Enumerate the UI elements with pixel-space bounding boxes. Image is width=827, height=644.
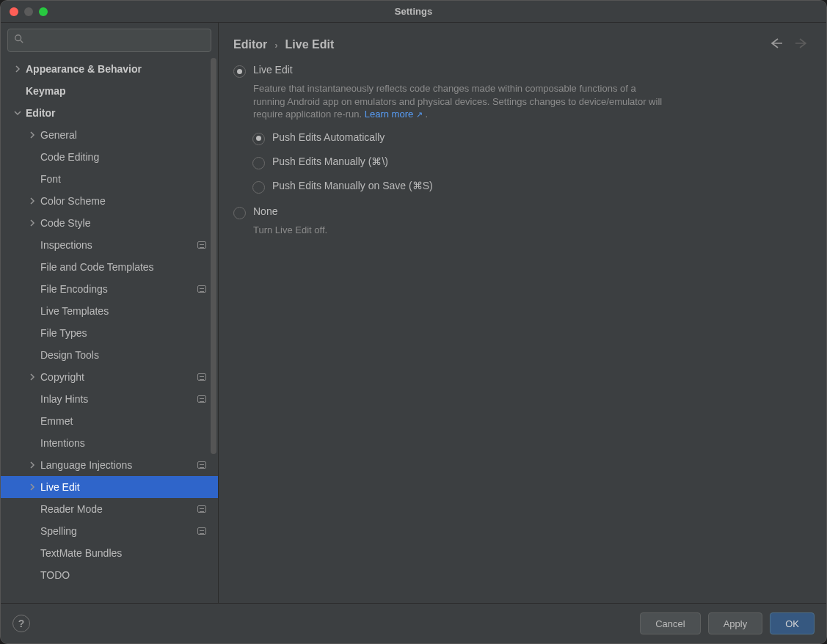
tree-item-label: Inspections — [40, 239, 197, 251]
tree-item-label: Live Templates — [40, 305, 211, 317]
tree-item-label: Intentions — [40, 437, 211, 449]
tree-item-reader-mode[interactable]: Reader Mode — [1, 498, 218, 520]
content: Live Edit Feature that instantaneously r… — [219, 64, 826, 603]
tree-item-code-editing[interactable]: Code Editing — [1, 146, 218, 168]
sidebar: Appearance & BehaviorKeymapEditorGeneral… — [1, 23, 219, 603]
tree-item-code-style[interactable]: Code Style — [1, 212, 218, 234]
back-button[interactable] — [769, 37, 784, 52]
radio-label: Push Edits Manually (⌘\) — [272, 155, 388, 167]
tree-item-font[interactable]: Font — [1, 168, 218, 190]
tree-item-copyright[interactable]: Copyright — [1, 366, 218, 388]
scrollbar-thumb[interactable] — [211, 58, 216, 454]
minimize-icon[interactable] — [24, 7, 33, 16]
tree-item-color-scheme[interactable]: Color Scheme — [1, 190, 218, 212]
ok-button[interactable]: OK — [770, 612, 815, 634]
tree-item-todo[interactable]: TODO — [1, 564, 218, 586]
radio-label: None — [253, 205, 277, 217]
main-panel: Editor › Live Edit Live Edit — [219, 23, 826, 603]
tree-item-file-encodings[interactable]: File Encodings — [1, 278, 218, 300]
tree-item-live-templates[interactable]: Live Templates — [1, 300, 218, 322]
project-config-icon — [197, 527, 206, 535]
breadcrumb-parent[interactable]: Editor — [233, 38, 267, 51]
tree-item-intentions[interactable]: Intentions — [1, 432, 218, 454]
tree-item-appearance-behavior[interactable]: Appearance & Behavior — [1, 58, 218, 80]
help-button[interactable]: ? — [12, 615, 30, 632]
radio-sub-0[interactable]: Push Edits Automatically — [252, 131, 809, 145]
breadcrumb: Editor › Live Edit — [233, 38, 769, 51]
radio-sub-2[interactable]: Push Edits Manually on Save (⌘S) — [252, 180, 809, 194]
tree-item-editor[interactable]: Editor — [1, 102, 218, 124]
tree-item-label: Reader Mode — [40, 503, 197, 515]
external-link-icon: ↗ — [416, 110, 423, 119]
tree-item-textmate-bundles[interactable]: TextMate Bundles — [1, 542, 218, 564]
radio-icon[interactable] — [233, 207, 246, 219]
radio-sub-1[interactable]: Push Edits Manually (⌘\) — [252, 155, 809, 169]
tree-item-inlay-hints[interactable]: Inlay Hints — [1, 388, 218, 410]
tree-item-spelling[interactable]: Spelling — [1, 520, 218, 542]
search-container — [1, 23, 218, 58]
forward-button — [794, 37, 809, 52]
radio-label: Live Edit — [253, 64, 293, 76]
cancel-button[interactable]: Cancel — [640, 612, 700, 634]
live-edit-description: Feature that instantaneously reflects co… — [253, 82, 664, 121]
scrollbar[interactable] — [211, 58, 216, 603]
apply-button[interactable]: Apply — [708, 612, 763, 634]
project-config-icon — [197, 285, 206, 293]
tree-item-label: Copyright — [40, 371, 197, 383]
radio-label: Push Edits Manually on Save (⌘S) — [272, 180, 433, 191]
tree-item-label: Code Editing — [40, 151, 211, 163]
tree-item-label: File and Code Templates — [40, 261, 211, 273]
titlebar: Settings — [1, 1, 826, 23]
radio-none[interactable]: None — [233, 205, 809, 219]
project-config-icon — [197, 461, 206, 469]
project-config-icon — [197, 395, 206, 403]
tree-item-design-tools[interactable]: Design Tools — [1, 344, 218, 366]
project-config-icon — [197, 505, 206, 513]
chevron-right-icon — [14, 65, 26, 73]
radio-icon[interactable] — [252, 181, 265, 194]
radio-live-edit[interactable]: Live Edit — [233, 64, 809, 78]
tree-item-label: Live Edit — [40, 481, 211, 493]
chevron-right-icon: › — [274, 40, 277, 51]
chevron-right-icon — [29, 131, 40, 139]
search-input[interactable] — [7, 29, 211, 52]
close-icon[interactable] — [10, 7, 18, 16]
tree-item-label: File Encodings — [40, 283, 197, 295]
window-controls — [10, 7, 48, 16]
tree-item-inspections[interactable]: Inspections — [1, 234, 218, 256]
maximize-icon[interactable] — [39, 7, 48, 16]
tree-item-live-edit[interactable]: Live Edit — [1, 476, 218, 498]
breadcrumb-row: Editor › Live Edit — [219, 23, 826, 64]
tree-item-label: Inlay Hints — [40, 393, 197, 405]
help-icon: ? — [18, 618, 25, 629]
radio-icon[interactable] — [252, 157, 265, 169]
settings-tree[interactable]: Appearance & BehaviorKeymapEditorGeneral… — [1, 58, 218, 603]
none-description: Turn Live Edit off. — [253, 224, 664, 237]
window-title: Settings — [395, 6, 432, 17]
breadcrumb-current: Live Edit — [285, 38, 335, 51]
project-config-icon — [197, 241, 206, 249]
tree-item-label: TextMate Bundles — [40, 547, 211, 559]
tree-item-file-and-code-templates[interactable]: File and Code Templates — [1, 256, 218, 278]
tree-item-label: TODO — [40, 569, 211, 581]
learn-more-link[interactable]: Learn more ↗ — [365, 109, 423, 120]
chevron-down-icon — [14, 109, 26, 117]
tree-item-label: Spelling — [40, 525, 197, 537]
chevron-right-icon — [29, 373, 40, 381]
tree-item-emmet[interactable]: Emmet — [1, 410, 218, 432]
tree-item-language-injections[interactable]: Language Injections — [1, 454, 218, 476]
radio-label: Push Edits Automatically — [272, 131, 385, 143]
radio-icon[interactable] — [252, 133, 265, 145]
chevron-right-icon — [29, 461, 40, 469]
body: Appearance & BehaviorKeymapEditorGeneral… — [1, 23, 826, 603]
project-config-icon — [197, 373, 206, 381]
radio-icon[interactable] — [233, 65, 246, 78]
tree-item-label: Font — [40, 173, 211, 185]
tree-item-label: Keymap — [26, 85, 211, 97]
tree-item-general[interactable]: General — [1, 124, 218, 146]
tree-item-file-types[interactable]: File Types — [1, 322, 218, 344]
tree-item-label: Code Style — [40, 217, 211, 229]
tree-item-keymap[interactable]: Keymap — [1, 80, 218, 102]
tree-item-label: Color Scheme — [40, 195, 211, 207]
settings-window: Settings Appearance & BehaviorKeymapEdit… — [0, 0, 827, 644]
